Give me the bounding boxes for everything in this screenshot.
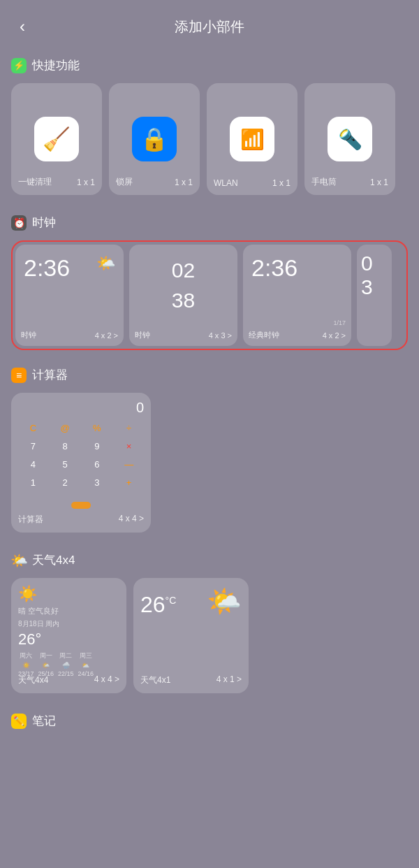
quick-functions-section: ⚡ 快捷功能 🧹 一键清理 1 x 1 🔒 锁屏 1 x 1 bbox=[0, 46, 419, 203]
weather-section: 🌤️ 天气4x4 ☀️ 晴 空气良好 8月18日 周内 26° 周六☀️23/1… bbox=[0, 541, 419, 702]
calc-btn-c: C bbox=[18, 420, 48, 436]
weather-4x4-label: 天气4x4 4 x 4 > bbox=[18, 674, 119, 686]
page-title: 添加小部件 bbox=[175, 17, 244, 36]
lock-screen-card[interactable]: 🔒 锁屏 1 x 1 bbox=[109, 83, 200, 195]
calc-display: 0 bbox=[18, 400, 144, 416]
calc-btn-6: 6 bbox=[82, 456, 112, 472]
wlan-icon: 📶 bbox=[230, 117, 274, 161]
wlan-card[interactable]: 📶 WLAN 1 x 1 bbox=[207, 83, 297, 195]
clock-4x3-card[interactable]: 02 38 时钟 4 x 3 > bbox=[129, 245, 237, 346]
weather-4x1-label: 天气4x1 4 x 1 > bbox=[140, 674, 242, 686]
weather-4x1-card[interactable]: 🌤️ 26°C 天气4x1 4 x 1 > bbox=[133, 578, 249, 693]
calc-btn-5: 5 bbox=[50, 456, 80, 472]
forecast-1: 周六☀️23/17 bbox=[18, 651, 34, 677]
classic-clock-date: 1/17 bbox=[333, 319, 346, 326]
calc-grid: C @ % ÷ 7 8 9 × 4 5 6 — 1 2 3 + bbox=[18, 420, 144, 491]
calc-btn-times: × bbox=[114, 438, 144, 454]
calc-label: 计算器 4 x 4 > bbox=[18, 514, 144, 526]
lock-screen-label: 锁屏 1 x 1 bbox=[116, 176, 193, 188]
flashlight-label: 手电筒 1 x 1 bbox=[311, 176, 388, 188]
back-button[interactable]: ‹ bbox=[14, 14, 31, 39]
calculator-header: ≡ 计算器 bbox=[11, 367, 408, 383]
calculator-section: ≡ 计算器 0 C @ % ÷ 7 8 9 × 4 5 6 — 1 2 3 + bbox=[0, 356, 419, 541]
weather-sun-icon: ☀️ bbox=[18, 585, 119, 603]
calculator-card[interactable]: 0 C @ % ÷ 7 8 9 × 4 5 6 — 1 2 3 + 计算 bbox=[11, 393, 151, 533]
clock-header: ⏰ 时钟 bbox=[11, 215, 408, 231]
notes-section-icon: ✏️ bbox=[11, 714, 27, 729]
forecast-3: 周二🌧️22/15 bbox=[58, 651, 74, 677]
calc-btn-8: 8 bbox=[50, 438, 80, 454]
calc-circle bbox=[71, 502, 91, 509]
clock-4x3-time-line1: 02 bbox=[172, 252, 195, 282]
flashlight-icon: 🔦 bbox=[328, 117, 372, 161]
partial-clock-time: 0 3 bbox=[357, 245, 392, 299]
lock-screen-icon: 🔒 bbox=[132, 117, 177, 161]
weather-row: ☀️ 晴 空气良好 8月18日 周内 26° 周六☀️23/17 周一🌤️25/… bbox=[11, 578, 408, 696]
weather-section-title: 天气4x4 bbox=[32, 552, 75, 568]
header: ‹ 添加小部件 bbox=[0, 0, 419, 46]
wlan-label: WLAN 1 x 1 bbox=[214, 178, 291, 188]
weather-forecast: 周六☀️23/17 周一🌤️25/16 周二🌧️22/15 周三⛅24/16 bbox=[18, 651, 119, 677]
classic-clock-time: 2:36 bbox=[243, 245, 351, 282]
calc-btn-plus: + bbox=[114, 475, 144, 491]
notes-section: ✏️ 笔记 bbox=[0, 702, 419, 744]
quick-functions-title: 快捷功能 bbox=[32, 57, 80, 73]
weather-header: 🌤️ 天气4x4 bbox=[11, 552, 408, 568]
calculator-section-icon: ≡ bbox=[11, 368, 27, 383]
flashlight-card[interactable]: 🔦 手电筒 1 x 1 bbox=[304, 83, 395, 195]
weather-4x1-temp: 26°C bbox=[140, 592, 176, 617]
quick-functions-icon: ⚡ bbox=[11, 58, 27, 73]
clock-4x3-time-line2: 38 bbox=[172, 282, 195, 312]
forecast-4: 周三⛅24/16 bbox=[78, 651, 94, 677]
weather-section-icon: 🌤️ bbox=[11, 553, 27, 568]
clock-4x2-weather: 🌤️ bbox=[96, 254, 115, 273]
calc-btn-divide: ÷ bbox=[114, 420, 144, 436]
quick-functions-row: 🧹 一键清理 1 x 1 🔒 锁屏 1 x 1 📶 WLAN 1 bbox=[11, 83, 408, 198]
calc-btn-7: 7 bbox=[18, 438, 48, 454]
clock-widget-row: 2:36 🌤️ 时钟 4 x 2 > 02 38 时钟 4 x 3 > 2:36… bbox=[11, 240, 408, 350]
clock-section-title: 时钟 bbox=[32, 215, 56, 231]
calc-btn-4: 4 bbox=[18, 456, 48, 472]
calc-btn-9: 9 bbox=[82, 438, 112, 454]
clock-section-icon: ⏰ bbox=[11, 215, 27, 231]
clock-4x2-label: 时钟 4 x 2 > bbox=[21, 330, 118, 340]
quick-clean-card[interactable]: 🧹 一键清理 1 x 1 bbox=[11, 83, 102, 195]
notes-section-title: 笔记 bbox=[32, 713, 56, 729]
quick-functions-header: ⚡ 快捷功能 bbox=[11, 57, 408, 73]
weather-condition: 晴 空气良好 bbox=[18, 606, 119, 616]
clock-section: ⏰ 时钟 2:36 🌤️ 时钟 4 x 2 > 02 38 时钟 4 x 3 > bbox=[0, 203, 419, 356]
classic-clock-label: 经典时钟 4 x 2 > bbox=[249, 330, 346, 340]
calc-btn-at: @ bbox=[50, 420, 80, 436]
clock-4x3-label: 时钟 4 x 3 > bbox=[135, 330, 232, 340]
calc-btn-1: 1 bbox=[18, 475, 48, 491]
calc-btn-3: 3 bbox=[82, 475, 112, 491]
calculator-section-title: 计算器 bbox=[32, 367, 68, 383]
calc-btn-percent: % bbox=[82, 420, 112, 436]
notes-header: ✏️ 笔记 bbox=[11, 713, 408, 729]
partial-clock-card[interactable]: 0 3 bbox=[357, 245, 392, 346]
calc-btn-2: 2 bbox=[50, 475, 80, 491]
calc-btn-minus: — bbox=[114, 456, 144, 472]
weather-temp: 26° bbox=[18, 630, 119, 649]
weather-4x4-card[interactable]: ☀️ 晴 空气良好 8月18日 周内 26° 周六☀️23/17 周一🌤️25/… bbox=[11, 578, 126, 693]
classic-clock-card[interactable]: 2:36 1/17 经典时钟 4 x 2 > bbox=[243, 245, 351, 346]
quick-clean-icon: 🧹 bbox=[34, 117, 79, 161]
clock-4x2-card[interactable]: 2:36 🌤️ 时钟 4 x 2 > bbox=[15, 245, 124, 346]
quick-clean-label: 一键清理 1 x 1 bbox=[18, 176, 95, 188]
weather-date: 8月18日 周内 bbox=[18, 619, 119, 629]
forecast-2: 周一🌤️25/16 bbox=[38, 651, 54, 677]
weather-4x1-sun: 🌤️ bbox=[207, 585, 242, 618]
calculator-row: 0 C @ % ÷ 7 8 9 × 4 5 6 — 1 2 3 + 计算 bbox=[11, 393, 408, 535]
